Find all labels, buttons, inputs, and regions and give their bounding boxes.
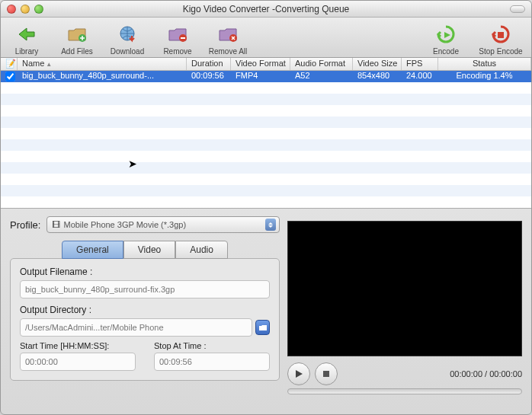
column-header-status[interactable]: Status [438,58,531,70]
table-row-empty [1,94,531,105]
stop-encode-button[interactable]: Stop Encode [475,23,527,56]
output-filename-label: Output Filename : [20,267,270,277]
stop-button[interactable] [315,362,338,385]
remove-label: Remove [163,47,191,56]
cell-duration: 00:09:56 [187,71,231,82]
column-header-duration[interactable]: Duration [187,58,231,70]
column-header-fps[interactable]: FPS [402,58,438,70]
table-row[interactable]: big_buck_bunny_480p_surround-... 00:09:5… [1,71,531,82]
globe-download-icon [116,23,139,46]
remove-button[interactable]: Remove [156,23,199,56]
column-header-video-format[interactable]: Video Format [231,58,290,70]
row-checkbox[interactable] [5,72,15,81]
encode-label: Encode [433,47,459,56]
preview-pane: 00:00:00 / 00:00:00 [287,216,522,394]
table-header: 📝 Name▲ Duration Video Format Audio Form… [1,58,531,71]
output-directory-field[interactable] [20,318,252,337]
tab-audio[interactable]: Audio [175,241,228,259]
column-header-video-size[interactable]: Video Size [353,58,402,70]
movie-icon: 🎞 [52,220,60,229]
table-row-empty [1,185,531,196]
remove-all-button[interactable]: Remove All [207,23,249,56]
table-row-empty [1,105,531,117]
cell-fps: 24.000 [402,71,438,82]
table-row-empty [1,151,531,162]
back-arrow-icon [15,23,38,46]
table-body: big_buck_bunny_480p_surround-... 00:09:5… [1,71,531,208]
stop-time-label: Stop At Time : [154,341,270,350]
queue-table: 📝 Name▲ Duration Video Format Audio Form… [1,58,531,209]
table-row-empty [1,128,531,139]
svg-marker-4 [444,32,450,38]
table-row-empty [1,139,531,151]
stop-icon [322,370,330,378]
settings-pane: Profile: 🎞 Mobile Phone 3GP Movie (*.3gp… [10,216,280,394]
column-header-name[interactable]: Name▲ [18,58,187,70]
output-directory-label: Output Directory : [20,305,270,315]
stop-time-field[interactable] [154,353,270,371]
stop-encode-icon [489,23,512,46]
download-label: Download [111,47,144,56]
video-preview[interactable] [287,221,522,356]
add-files-label: Add Files [61,47,93,56]
svg-rect-5 [498,32,504,38]
start-time-field[interactable] [20,353,136,371]
table-row-empty [1,117,531,128]
select-arrows-icon [265,219,276,231]
cell-video-size: 854x480 [353,71,402,82]
profile-selected-value: Mobile Phone 3GP Movie (*.3gp) [63,220,186,229]
profile-label: Profile: [10,219,40,231]
seek-slider[interactable] [287,388,522,394]
table-row-empty [1,196,531,208]
svg-marker-6 [296,370,303,378]
browse-directory-button[interactable] [255,320,270,335]
folder-remove-all-icon [216,23,239,46]
library-label: Library [15,47,39,56]
add-files-button[interactable]: Add Files [56,23,98,56]
settings-tabs: General Video Audio [10,241,280,259]
library-button[interactable]: Library [5,23,48,56]
stop-encode-label: Stop Encode [479,47,522,56]
folder-plus-icon [66,23,88,46]
window-title: Kigo Video Converter -Converting Queue [1,4,531,14]
cell-audio-format: A52 [290,71,353,82]
profile-select[interactable]: 🎞 Mobile Phone 3GP Movie (*.3gp) [46,216,280,233]
remove-all-label: Remove All [209,47,248,56]
tab-video[interactable]: Video [123,241,175,259]
checkbox-column-header[interactable]: 📝 [1,58,18,70]
row-checkbox-cell[interactable] [1,71,18,82]
encode-icon [434,23,457,46]
cell-status: Encoding 1.4% [438,71,531,82]
tab-general[interactable]: General [62,241,123,259]
column-header-audio-format[interactable]: Audio Format [290,58,353,70]
svg-rect-7 [323,371,329,377]
folder-icon [258,323,268,332]
start-time-label: Start Time [HH:MM:SS]: [20,341,136,350]
encode-button[interactable]: Encode [425,23,467,56]
table-row-empty [1,162,531,174]
table-row-empty [1,82,531,94]
download-button[interactable]: Download [106,23,149,56]
folder-remove-icon [166,23,189,46]
toolbar-toggle-button[interactable] [510,5,525,13]
cell-name: big_buck_bunny_480p_surround-... [18,71,187,82]
play-button[interactable] [287,362,310,385]
general-panel: Output Filename : Output Directory : Sta… [10,258,280,381]
cell-video-format: FMP4 [231,71,290,82]
output-filename-field[interactable] [20,280,270,298]
play-icon [294,369,303,378]
table-row-empty [1,174,531,185]
toolbar: Library Add Files Download Remove [1,18,531,58]
playback-time-display: 00:00:00 / 00:00:00 [450,369,522,378]
titlebar: Kigo Video Converter -Converting Queue [1,1,531,18]
